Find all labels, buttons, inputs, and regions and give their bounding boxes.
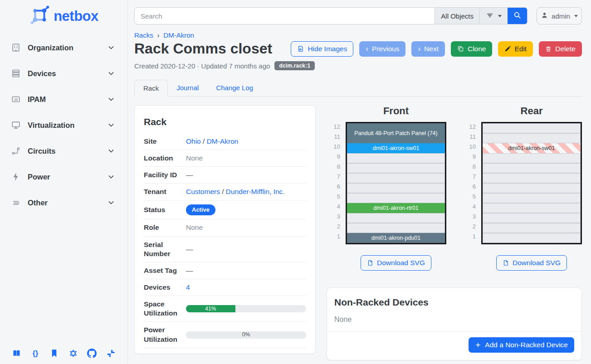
rack-empty-slot[interactable] [347, 223, 445, 233]
rack-frame: Panduit 48-Port Patch Panel (74)dmi01-ak… [346, 122, 446, 244]
unit-number: 5 [327, 192, 340, 202]
rack-empty-slot[interactable] [483, 233, 581, 243]
unit-number: 2 [462, 222, 476, 232]
search-filter-dropdown[interactable] [479, 8, 508, 24]
delete-button[interactable]: Delete [539, 41, 582, 57]
previous-button[interactable]: ‹ Previous [359, 41, 405, 57]
sidebar-item-organization[interactable]: Organization [0, 39, 127, 57]
left-column: Rack SiteOhio / DM-AkronLocationNoneFaci… [134, 105, 316, 364]
attribute-label: Power Utilization [144, 325, 186, 344]
hide-images-button[interactable]: Hide Images [291, 41, 353, 57]
search-scope-button[interactable]: All Objects [435, 8, 479, 24]
rack-attribute-row: LocationNone [144, 150, 306, 167]
image-file-icon [297, 45, 304, 52]
attribute-link[interactable]: Customers [186, 188, 220, 195]
unit-number: 12 [462, 122, 476, 132]
unit-number: 3 [327, 212, 340, 222]
rack-device[interactable]: dmi01-akron-sw01 [483, 143, 581, 153]
rack-empty-slot[interactable] [483, 163, 581, 173]
download-svg-button[interactable]: Download SVG [496, 255, 567, 271]
next-button[interactable]: › Next [411, 41, 445, 57]
attribute-value: — [186, 266, 306, 275]
rack-device[interactable]: dmi01-akron-pdu01 [347, 233, 445, 243]
file-download-icon [367, 260, 373, 266]
netbox-logo[interactable]: netbox [0, 0, 127, 29]
page-title: Rack Comms closet [134, 40, 291, 57]
rack-empty-slot[interactable] [483, 133, 581, 143]
devices-icon [11, 68, 21, 78]
rack-empty-slot[interactable] [483, 213, 581, 223]
slack-icon[interactable] [106, 349, 116, 358]
chevron-right-icon: › [418, 45, 420, 53]
main-content: All Objects [128, 0, 591, 364]
rack-attribute-row: SiteOhio / DM-Akron [144, 133, 306, 150]
rack-attribute-row: Asset Tag— [144, 262, 306, 279]
sidebar-item-ipam[interactable]: 10IPAM [0, 90, 127, 108]
sidebar-item-label: Other [28, 199, 107, 207]
tab-journal[interactable]: Journal [168, 80, 207, 97]
rack-empty-slot[interactable] [347, 173, 445, 183]
user-menu-label: admin [552, 12, 570, 20]
sidebar: netbox OrganizationDevices10IPAMVirtuali… [0, 0, 128, 364]
user-menu-button[interactable]: admin [537, 7, 582, 24]
edit-button[interactable]: Edit [498, 41, 533, 57]
add-non-racked-device-button[interactable]: Add a Non-Racked Device [469, 337, 574, 353]
unit-number: 10 [327, 142, 340, 152]
attribute-link[interactable]: 4 [186, 283, 190, 291]
organization-icon [11, 43, 21, 53]
rack-device[interactable]: Panduit 48-Port Patch Panel (74) [347, 123, 445, 143]
rack-empty-slot[interactable] [483, 223, 581, 233]
rack-empty-slot[interactable] [483, 203, 581, 213]
sidebar-item-label: IPAM [28, 95, 107, 104]
unit-number: 1 [462, 232, 476, 242]
title-row: Rack Comms closet Hide Images ‹ Previous… [134, 40, 582, 57]
rack-device[interactable]: dmi01-akron-sw01 [347, 143, 445, 153]
attribute-label: Status [144, 205, 186, 214]
add-non-racked-device-label: Add a Non-Racked Device [485, 341, 568, 349]
breadcrumb-link-dm-akron[interactable]: DM-Akron [163, 31, 194, 39]
rack-empty-slot[interactable] [483, 173, 581, 183]
sidebar-item-virtualization[interactable]: Virtualization [0, 116, 127, 134]
sidebar-item-label: Organization [28, 44, 107, 52]
previous-label: Previous [372, 45, 399, 53]
unit-number: 9 [462, 152, 476, 162]
sidebar-item-power[interactable]: Power [0, 168, 127, 186]
edit-label: Edit [514, 45, 527, 53]
rack-empty-slot[interactable] [347, 153, 445, 163]
tab-rack[interactable]: Rack [134, 80, 168, 97]
clone-button[interactable]: Clone [451, 41, 493, 57]
search-submit-button[interactable] [508, 8, 527, 24]
rack-empty-slot[interactable] [347, 183, 445, 193]
tab-change-log[interactable]: Change Log [207, 80, 262, 97]
unit-number: 5 [462, 192, 476, 202]
code-braces-icon[interactable]: {} [31, 349, 40, 358]
search-input[interactable] [135, 8, 435, 24]
github-icon[interactable] [87, 349, 97, 358]
sidebar-item-label: Devices [28, 69, 107, 78]
sidebar-item-devices[interactable]: Devices [0, 64, 127, 83]
rack-empty-slot[interactable] [483, 123, 581, 133]
non-racked-devices-card: Non-Racked Devices None Add a Non-Racked… [327, 287, 582, 360]
attribute-link[interactable]: DM-Akron [207, 137, 239, 145]
attribute-link[interactable]: Ohio [186, 137, 201, 145]
breadcrumb-link-racks[interactable]: Racks [134, 31, 153, 39]
sidebar-item-other[interactable]: Other [0, 194, 127, 212]
rack-empty-slot[interactable] [347, 193, 445, 203]
rack-empty-slot[interactable] [483, 153, 581, 163]
graphql-icon[interactable] [68, 349, 78, 358]
unit-number: 8 [327, 162, 340, 172]
rack-empty-slot[interactable] [347, 213, 445, 223]
bookmark-icon[interactable] [49, 349, 59, 358]
rack-empty-slot[interactable] [483, 183, 581, 193]
unit-number: 8 [462, 162, 476, 172]
unit-number: 11 [462, 132, 476, 142]
sidebar-item-circuits[interactable]: Circuits [0, 142, 127, 160]
download-svg-button[interactable]: Download SVG [361, 255, 431, 271]
attribute-link[interactable]: Dunder-Mifflin, Inc. [226, 188, 285, 195]
elevation-body: 121110987654321Panduit 48-Port Patch Pan… [327, 122, 446, 244]
rack-device[interactable]: dmi01-akron-rtr01 [347, 203, 445, 213]
rack-empty-slot[interactable] [347, 163, 445, 173]
rack-empty-slot[interactable] [483, 193, 581, 203]
attribute-label: Asset Tag [144, 266, 186, 275]
docs-icon[interactable] [12, 349, 21, 358]
